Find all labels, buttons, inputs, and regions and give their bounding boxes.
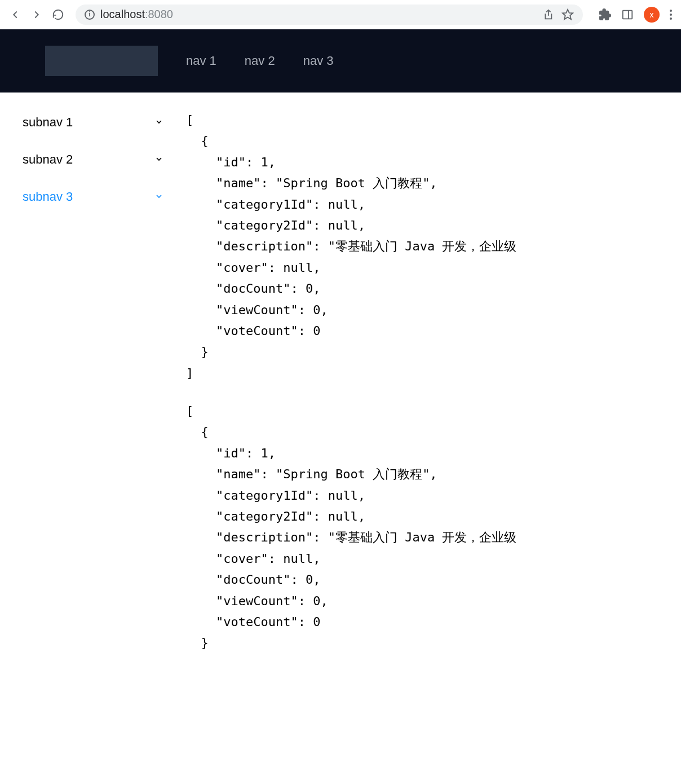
sidebar-item-label: subnav 1 xyxy=(23,115,73,130)
chrome-right-controls: x xyxy=(594,7,672,23)
browser-chrome: i localhost:8080 x xyxy=(0,0,681,29)
site-info-icon[interactable]: i xyxy=(85,10,95,20)
chevron-down-icon xyxy=(154,190,163,204)
nav-item-3[interactable]: nav 3 xyxy=(303,54,334,68)
sidebar: subnav 1 subnav 2 subnav 3 xyxy=(0,93,186,688)
sidebar-item-subnav3[interactable]: subnav 3 xyxy=(0,178,186,215)
sidebar-item-subnav1[interactable]: subnav 1 xyxy=(0,104,186,141)
json-output-1: [ { "id": 1, "name": "Spring Boot 入门教程",… xyxy=(186,109,681,384)
profile-avatar[interactable]: x xyxy=(644,7,660,23)
chrome-menu-icon[interactable] xyxy=(670,10,672,20)
url-suffix: :8080 xyxy=(145,8,173,20)
url-actions xyxy=(541,8,574,21)
nav-items: nav 1 nav 2 nav 3 xyxy=(186,54,333,68)
sidebar-item-label: subnav 3 xyxy=(23,190,73,204)
extensions-icon[interactable] xyxy=(599,8,611,21)
chevron-down-icon xyxy=(154,152,163,167)
chevron-down-icon xyxy=(154,115,163,130)
nav-item-2[interactable]: nav 2 xyxy=(245,54,275,68)
logo-placeholder[interactable] xyxy=(45,46,158,76)
avatar-letter: x xyxy=(650,10,654,19)
nav-item-1[interactable]: nav 1 xyxy=(186,54,216,68)
svg-rect-0 xyxy=(623,10,633,19)
side-panel-icon[interactable] xyxy=(621,8,634,21)
share-icon[interactable] xyxy=(541,8,554,21)
url-host: localhost xyxy=(100,8,145,20)
main-layout: subnav 1 subnav 2 subnav 3 [ { "id": 1, … xyxy=(0,93,681,688)
app-header: nav 1 nav 2 nav 3 xyxy=(0,29,681,93)
sidebar-item-label: subnav 2 xyxy=(23,152,73,167)
url-bar[interactable]: i localhost:8080 xyxy=(76,5,583,25)
content-area: [ { "id": 1, "name": "Spring Boot 入门教程",… xyxy=(186,93,681,688)
nav-arrows xyxy=(9,8,64,21)
back-button[interactable] xyxy=(9,8,21,21)
url-text: localhost:8080 xyxy=(100,8,173,21)
json-output-2: [ { "id": 1, "name": "Spring Boot 入门教程",… xyxy=(186,400,681,654)
reload-button[interactable] xyxy=(52,8,64,21)
forward-button[interactable] xyxy=(30,8,43,21)
sidebar-item-subnav2[interactable]: subnav 2 xyxy=(0,141,186,178)
bookmark-star-icon[interactable] xyxy=(561,8,574,21)
